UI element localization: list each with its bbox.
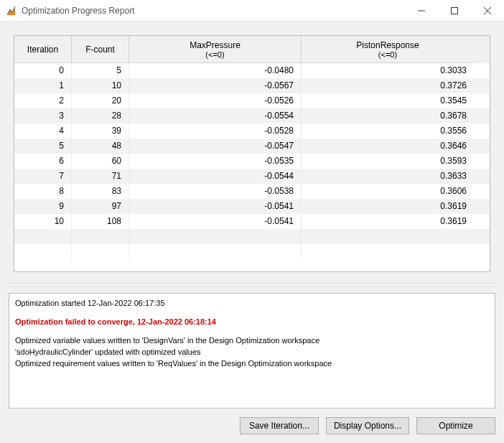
col-piston-label: PistonResponse <box>306 40 470 50</box>
table-cell: 7 <box>14 169 72 184</box>
content-area: Iteration F-count MaxPressure (<=0) Pist… <box>0 22 504 443</box>
table-cell: -0.0526 <box>129 93 302 108</box>
table-cell <box>302 229 474 244</box>
table-cell: -0.0567 <box>129 78 302 93</box>
table-row[interactable]: 997-0.05410.3619 <box>14 199 490 214</box>
table-cell: 39 <box>72 123 129 139</box>
display-options-button[interactable]: Display Options... <box>326 417 409 434</box>
col-fcount-label: F-count <box>76 45 124 55</box>
app-icon <box>6 5 17 17</box>
table-cell: 0 <box>14 63 72 78</box>
table-cell <box>129 244 302 259</box>
table-row[interactable]: 660-0.05350.3593 <box>14 154 490 169</box>
col-maxpressure-constraint: (<=0) <box>134 50 297 59</box>
table-row[interactable]: 05-0.04800.3033 <box>14 63 490 78</box>
table-cell: 71 <box>72 169 129 184</box>
col-iteration-label: Iteration <box>19 45 67 55</box>
log-panel: Optimization started 12-Jan-2022 06:17:3… <box>9 293 495 409</box>
col-maxpressure: MaxPressure (<=0) <box>129 36 302 63</box>
table-cell: 0.3726 <box>302 78 474 93</box>
table-cell: 10 <box>14 214 72 229</box>
table-cell: 4 <box>14 123 72 139</box>
save-iteration-button[interactable]: Save Iteration... <box>240 417 319 434</box>
table-cell: 0.3545 <box>302 93 474 108</box>
table-row[interactable]: 110-0.05670.3726 <box>14 78 490 93</box>
table-cell <box>14 244 72 259</box>
table-cell: -0.0554 <box>129 108 302 123</box>
log-line: Optimized variable values written to 'De… <box>15 335 489 347</box>
log-blank-line <box>15 309 489 317</box>
table-cell: 1 <box>14 78 72 93</box>
table-cell: 0.3606 <box>302 184 474 199</box>
table-cell: 0.3646 <box>302 139 474 154</box>
table-cell: 48 <box>72 139 129 154</box>
table-cell <box>72 229 129 244</box>
table-header-row: Iteration F-count MaxPressure (<=0) Pist… <box>14 36 490 63</box>
table-row[interactable]: 883-0.05380.3606 <box>14 184 490 199</box>
table-cell: 28 <box>72 108 129 123</box>
table-cell: 0.3593 <box>302 154 474 169</box>
table-cell <box>302 244 474 259</box>
table-cell: 6 <box>14 154 72 169</box>
log-line: 'sdoHydraulicCylinder' updated with opti… <box>15 347 489 358</box>
table-cell: 2 <box>14 93 72 108</box>
table-row[interactable] <box>14 244 490 259</box>
table-row[interactable]: 771-0.05440.3633 <box>14 169 490 184</box>
table-cell: -0.0544 <box>129 169 302 184</box>
col-maxpressure-label: MaxPressure <box>134 40 297 50</box>
table-cell: 108 <box>72 214 129 229</box>
table-row[interactable]: 10108-0.05410.3619 <box>14 214 490 229</box>
table-cell <box>72 244 129 259</box>
maximize-button[interactable] <box>438 0 471 22</box>
table-row[interactable]: 439-0.05280.3556 <box>14 123 490 139</box>
minimize-button[interactable] <box>405 0 438 22</box>
window-title: Optimization Progress Report <box>22 6 405 16</box>
table-scroll[interactable]: 05-0.04800.3033110-0.05670.3726220-0.052… <box>14 63 490 271</box>
table-cell: 0.3619 <box>302 214 474 229</box>
log-line: Optimization started 12-Jan-2022 06:17:3… <box>15 298 489 309</box>
log-blank-line <box>15 328 489 335</box>
log-line: Optimized requirement values written to … <box>15 358 489 370</box>
col-iteration: Iteration <box>14 36 72 63</box>
col-piston: PistonResponse (<=0) <box>302 36 474 63</box>
table-row[interactable]: 220-0.05260.3545 <box>14 93 490 108</box>
table-cell: 8 <box>14 184 72 199</box>
table-cell: 0.3678 <box>302 108 474 123</box>
table-cell: 5 <box>72 63 129 78</box>
button-bar: Save Iteration... Display Options... Opt… <box>9 414 495 434</box>
table-row[interactable]: 328-0.05540.3678 <box>14 108 490 123</box>
table-row[interactable] <box>14 229 490 244</box>
table-cell: -0.0538 <box>129 184 302 199</box>
table-cell: -0.0541 <box>129 199 302 214</box>
table-row[interactable]: 548-0.05470.3646 <box>14 139 490 154</box>
table-cell: 0.3033 <box>302 63 474 78</box>
progress-table: Iteration F-count MaxPressure (<=0) Pist… <box>14 35 490 272</box>
table-body-wrap: 05-0.04800.3033110-0.05670.3726220-0.052… <box>14 63 490 271</box>
col-piston-constraint: (<=0) <box>306 50 470 59</box>
table-cell: -0.0480 <box>129 63 302 78</box>
table-cell <box>129 229 302 244</box>
log-scroll[interactable]: Optimization started 12-Jan-2022 06:17:3… <box>9 294 495 408</box>
table-cell: -0.0528 <box>129 123 302 139</box>
table-cell: 60 <box>72 154 129 169</box>
col-fcount: F-count <box>72 36 129 63</box>
table-cell: 10 <box>72 78 129 93</box>
table-cell: 0.3619 <box>302 199 474 214</box>
log-error-line: Optimization failed to converge, 12-Jan-… <box>15 317 489 328</box>
table-cell <box>14 229 72 244</box>
table-cell: 97 <box>72 199 129 214</box>
table-cell: 3 <box>14 108 72 123</box>
table-cell: 0.3556 <box>302 123 474 139</box>
splitter[interactable] <box>9 283 495 287</box>
table-cell: 20 <box>72 93 129 108</box>
table-cell: -0.0541 <box>129 214 302 229</box>
close-button[interactable] <box>471 0 504 22</box>
optimize-button[interactable]: Optimize <box>416 417 495 434</box>
svg-rect-2 <box>452 7 458 14</box>
table-cell: 83 <box>72 184 129 199</box>
table-cell: -0.0535 <box>129 154 302 169</box>
titlebar: Optimization Progress Report <box>0 0 504 22</box>
table-cell: 9 <box>14 199 72 214</box>
table-cell: 5 <box>14 139 72 154</box>
table-cell: -0.0547 <box>129 139 302 154</box>
